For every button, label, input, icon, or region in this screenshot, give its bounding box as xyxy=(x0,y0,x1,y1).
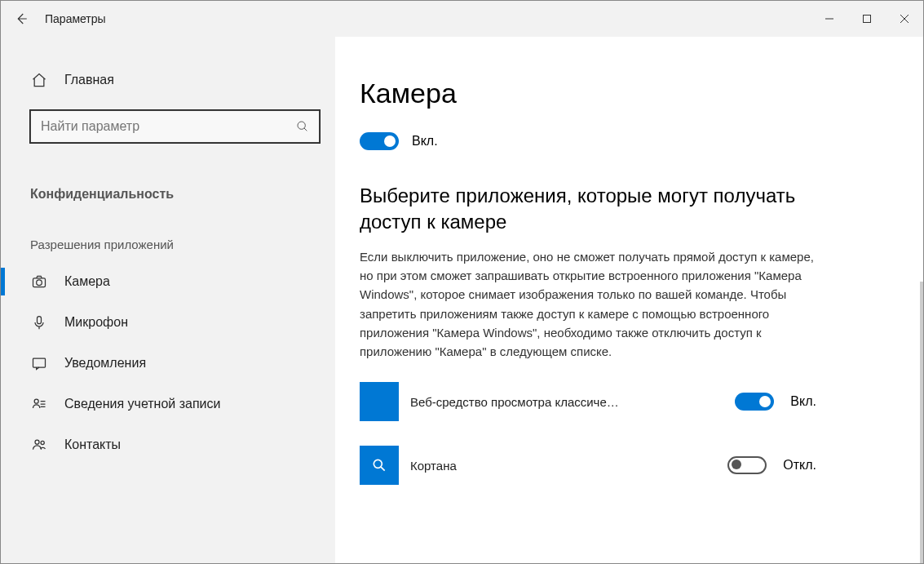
app-toggle[interactable] xyxy=(735,393,774,411)
minimize-icon xyxy=(825,14,834,24)
sidebar-item-contacts[interactable]: Контакты xyxy=(1,424,335,465)
maximize-icon xyxy=(862,14,872,24)
back-button[interactable] xyxy=(1,1,42,37)
search-box[interactable] xyxy=(30,110,320,143)
window-title: Параметры xyxy=(45,12,106,25)
app-toggle-label: Вкл. xyxy=(790,394,816,409)
sidebar-item-label: Контакты xyxy=(64,437,121,452)
app-name: Веб-средство просмотра классиче… xyxy=(410,395,735,409)
sidebar: Главная Конфиденциальность Разрешения пр… xyxy=(1,37,335,563)
master-toggle[interactable] xyxy=(360,132,399,150)
sidebar-home[interactable]: Главная xyxy=(1,60,335,100)
account-info-icon xyxy=(30,395,48,413)
sidebar-item-microphone[interactable]: Микрофон xyxy=(1,302,335,343)
search-icon xyxy=(286,120,319,133)
svg-line-5 xyxy=(304,128,307,131)
minimize-button[interactable] xyxy=(811,1,848,37)
close-button[interactable] xyxy=(886,1,923,37)
app-row: Кортана Откл. xyxy=(360,446,816,485)
svg-point-12 xyxy=(41,441,44,444)
settings-window: Параметры Главная xyxy=(0,0,924,564)
app-toggle[interactable] xyxy=(727,456,767,474)
app-name: Кортана xyxy=(410,459,727,473)
app-row: Веб-средство просмотра классиче… Вкл. xyxy=(360,382,816,421)
camera-icon xyxy=(30,273,48,291)
sidebar-home-label: Главная xyxy=(64,73,114,87)
master-toggle-label: Вкл. xyxy=(412,134,438,149)
sidebar-item-notifications[interactable]: Уведомления xyxy=(1,343,335,384)
svg-point-13 xyxy=(374,460,382,469)
cortana-search-icon xyxy=(371,457,387,473)
svg-point-10 xyxy=(34,399,38,403)
app-icon-desktop-viewer xyxy=(360,382,399,421)
window-controls xyxy=(811,1,923,37)
svg-rect-1 xyxy=(864,16,871,23)
maximize-button[interactable] xyxy=(848,1,886,37)
sidebar-section-label: Разрешения приложений xyxy=(1,213,335,261)
sidebar-item-label: Уведомления xyxy=(64,356,146,371)
sidebar-item-label: Камера xyxy=(64,274,110,289)
section-description: Если выключить приложение, оно не сможет… xyxy=(360,247,816,362)
page-title: Камера xyxy=(360,78,891,109)
close-icon xyxy=(900,14,909,24)
titlebar: Параметры xyxy=(1,1,923,37)
home-icon xyxy=(30,71,48,89)
sidebar-item-account-info[interactable]: Сведения учетной записи xyxy=(1,384,335,424)
search-input[interactable] xyxy=(31,119,286,134)
notifications-icon xyxy=(30,354,48,372)
svg-line-14 xyxy=(381,467,385,471)
sidebar-item-label: Сведения учетной записи xyxy=(64,397,220,411)
svg-point-11 xyxy=(35,440,39,444)
svg-rect-9 xyxy=(33,358,46,367)
sidebar-category: Конфиденциальность xyxy=(1,158,335,213)
back-arrow-icon xyxy=(14,11,29,26)
app-toggle-label: Откл. xyxy=(783,458,816,473)
svg-rect-8 xyxy=(38,317,42,324)
svg-point-4 xyxy=(298,122,305,129)
svg-point-7 xyxy=(37,280,42,286)
content-area: Камера Вкл. Выберите приложения, которые… xyxy=(335,37,923,563)
contacts-icon xyxy=(30,436,48,454)
app-icon-cortana xyxy=(360,446,399,485)
section-heading: Выберите приложения, которые могут получ… xyxy=(360,183,833,236)
sidebar-item-label: Микрофон xyxy=(64,315,128,330)
microphone-icon xyxy=(30,313,48,331)
scrollbar[interactable] xyxy=(920,282,923,563)
master-toggle-row: Вкл. xyxy=(360,132,891,150)
sidebar-item-camera[interactable]: Камера xyxy=(1,261,335,302)
